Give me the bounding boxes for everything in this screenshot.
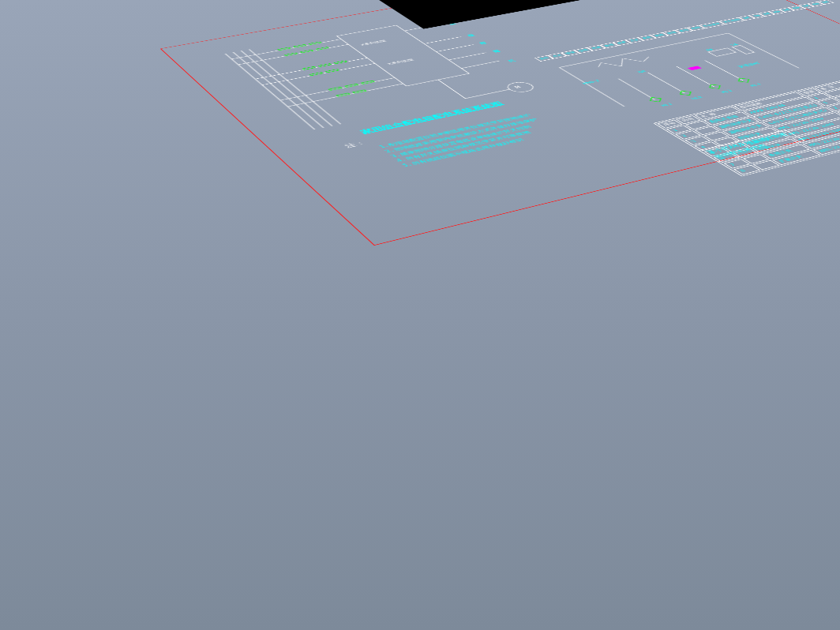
svg-rect-23 — [301, 50, 313, 53]
svg-line-36 — [728, 33, 799, 68]
svg-line-1 — [233, 52, 323, 128]
svg-rect-19 — [278, 47, 291, 51]
svg-rect-10 — [337, 25, 470, 86]
svg-line-12 — [424, 37, 461, 44]
svg-rect-26 — [319, 63, 332, 66]
svg-rect-25 — [302, 66, 315, 69]
cad-drawing: X系列选型 X系列选型 M 大厅 仪器 照灯 其他 机 去向点火照明仪表空调备用… — [161, 0, 840, 245]
svg-line-9 — [287, 84, 403, 107]
svg-rect-34 — [353, 90, 366, 93]
side-label-3: 其他 — [486, 47, 494, 49]
drawing-frame: X系列选型 X系列选型 M 大厅 仪器 照灯 其他 机 去向点火照明仪表空调备用… — [160, 0, 840, 246]
svg-rect-28 — [310, 73, 323, 76]
sub-sa: SA — [729, 43, 740, 47]
svg-line-17 — [438, 80, 466, 99]
terminal-header: 去向点火照明仪表空调备用厨房卫生插座插座插座备用控制手动进线开关控制1路2路3路… — [534, 0, 834, 62]
motor-label: M — [513, 85, 523, 89]
svg-line-2 — [241, 51, 332, 126]
km-left: KM0~2 — [582, 80, 602, 85]
svg-line-5 — [238, 44, 349, 65]
magenta-tag: NL — [691, 66, 701, 70]
svg-line-15 — [461, 61, 499, 68]
lamp-0: HL1 — [660, 103, 674, 107]
svg-rect-40 — [651, 97, 662, 102]
svg-line-13 — [437, 45, 474, 52]
svg-rect-30 — [328, 87, 341, 90]
svg-rect-31 — [345, 84, 358, 87]
svg-rect-24 — [317, 47, 329, 51]
svg-rect-22 — [285, 53, 298, 56]
svg-line-4 — [231, 39, 341, 59]
svg-rect-21 — [309, 42, 321, 45]
sub-sb: SB — [705, 48, 715, 51]
svg-rect-33 — [336, 93, 350, 96]
svg-rect-41 — [681, 91, 691, 95]
svg-rect-42 — [710, 84, 720, 88]
lamp-3: HL4 — [749, 83, 763, 88]
svg-line-8 — [280, 77, 395, 100]
notes-block: 1.配电箱配置按照本图选用并按规范安装接地保护2.照明线路采用管内穿线敷设方式并… — [377, 96, 641, 168]
svg-line-18 — [465, 89, 509, 99]
svg-rect-20 — [294, 44, 306, 47]
component-table: 序号符号名 称型号规格数量备 注1配电开关箱XFW3-220/4A12漏电保护开… — [653, 81, 840, 176]
svg-rect-29 — [326, 69, 339, 73]
viewport-3d[interactable]: X系列选型 X系列选型 M 大厅 仪器 照灯 其他 机 去向点火照明仪表空调备用… — [0, 0, 840, 630]
svg-rect-27 — [335, 61, 347, 64]
lamp-2: HL3 — [720, 89, 734, 94]
lamp-1: HL2 — [690, 96, 704, 100]
side-label-1: 仪器 — [461, 32, 469, 34]
svg-line-6 — [255, 58, 367, 79]
box-label-1: X系列选型 — [360, 39, 388, 47]
side-label-4: 机 — [501, 57, 509, 58]
svg-rect-43 — [739, 78, 749, 82]
svg-line-7 — [262, 63, 375, 84]
box-label-2: X系列选型 — [387, 58, 415, 66]
km-mid: KM — [637, 70, 647, 74]
svg-line-0 — [225, 54, 314, 129]
note-line: 3.插座照明分路设置每路设单独保护开关控制 — [389, 103, 628, 159]
svg-line-3 — [249, 49, 340, 124]
side-label-2: 照灯 — [474, 39, 482, 41]
svg-rect-32 — [362, 81, 374, 84]
note-head: 注： — [343, 140, 369, 149]
sub-wc: 至现场WC — [737, 62, 762, 69]
svg-rect-39 — [732, 45, 754, 54]
svg-line-14 — [448, 53, 486, 60]
